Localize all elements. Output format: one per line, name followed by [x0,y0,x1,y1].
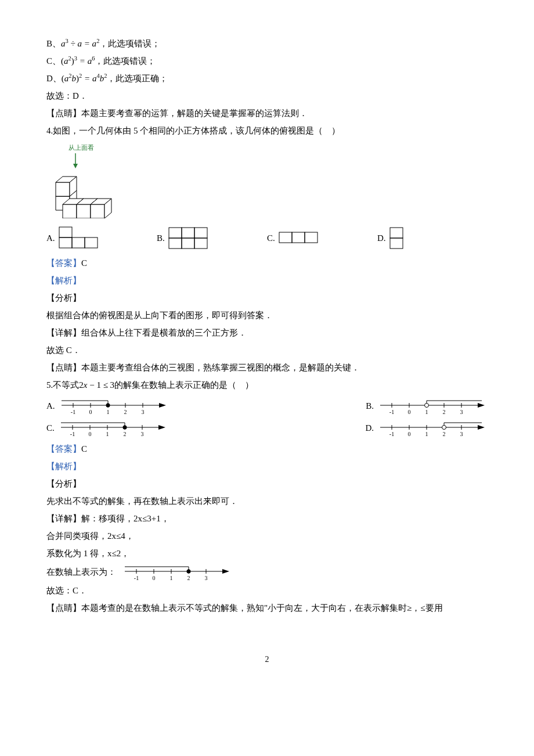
svg-rect-23 [194,228,207,238]
opt-d-label: D、 [46,70,62,87]
svg-rect-27 [279,232,292,243]
svg-marker-8 [63,204,77,218]
svg-text:-1: -1 [70,431,75,437]
q4-answer: 【答案】C [46,254,488,272]
q4-opt-d-label: D. [377,229,386,247]
svg-text:3: 3 [460,409,463,415]
svg-text:2: 2 [443,431,446,437]
q5-detail3: 系数化为 1 得，x≤2， [46,545,488,562]
q4-opt-a-label: A. [46,229,55,247]
svg-text:1: 1 [425,409,428,415]
svg-marker-63 [158,425,165,430]
svg-marker-48 [478,403,485,408]
q5-jiexi: 【解析】 [46,458,488,475]
svg-marker-1 [73,164,78,168]
svg-point-89 [442,426,446,430]
svg-rect-17 [59,227,72,237]
q4-opt-b-label: B. [157,229,165,247]
svg-rect-21 [169,228,182,238]
page: B、 a3 ÷ a = a2 ，此选项错误； C、 (a2)3 = a6 ，此选… [0,0,534,691]
page-number: 2 [46,651,488,668]
svg-rect-25 [182,238,194,249]
svg-text:-1: -1 [134,575,139,581]
q5-opt-c-fig: -1 0 1 2 3 [58,418,168,438]
svg-marker-5 [56,182,70,196]
q4-fenxi: 【分析】 [46,289,488,307]
svg-rect-19 [72,237,85,248]
svg-text:0: 0 [89,409,92,415]
svg-text:3: 3 [141,409,144,415]
svg-marker-33 [159,403,166,408]
q5-detail1: 【详解】解：移项得，2x≤3+1， [46,510,488,527]
svg-marker-14 [91,204,104,218]
svg-rect-28 [292,232,305,243]
opt-b-line: B、 a3 ÷ a = a2 ，此选项错误； [46,35,488,52]
conclusion-d: 故选：D． [46,87,488,105]
q5-opts-row2: C. -1 0 1 2 3 D. [46,418,488,438]
q4-so: 故选 C． [46,341,488,359]
q5-opt-d-label: D. [365,419,374,437]
svg-rect-22 [182,228,194,238]
svg-text:-1: -1 [389,431,394,437]
opt-c-line: C、 (a2)3 = a6 ，此选项错误； [46,52,488,70]
svg-rect-18 [59,237,72,248]
opt-c-label: C、 [46,52,61,70]
svg-text:2: 2 [124,409,127,415]
svg-text:0: 0 [408,431,411,437]
q4-opt-c-label: C. [267,229,275,247]
opt-b-math: a3 ÷ a = a2 [61,35,99,52]
q4-jiexi: 【解析】 [46,272,488,289]
svg-rect-24 [169,238,182,249]
q5-opt-c-label: C. [46,419,55,437]
q5-detail2: 合并同类项得，2x≤4， [46,527,488,545]
svg-text:0: 0 [408,409,411,415]
q4-opt-a-fig [59,226,104,250]
svg-text:2: 2 [187,575,190,581]
q5-so: 故选：C． [46,582,488,599]
tip-power: 【点睛】本题主要考查幂的运算，解题的关键是掌握幂的运算法则． [46,105,488,122]
svg-rect-31 [390,238,403,249]
q5-opt-a-fig: -1 0 1 2 3 [59,396,169,416]
svg-text:0: 0 [153,575,156,581]
q4-fenxi-body: 根据组合体的俯视图是从上向下看的图形，即可得到答案． [46,307,488,324]
svg-text:2: 2 [123,431,126,437]
q5-fenxi: 【分析】 [46,475,488,492]
svg-text:-1: -1 [389,409,394,415]
opt-b-label: B、 [46,35,61,52]
svg-text:1: 1 [425,431,428,437]
q4-opt-d-fig [389,226,406,250]
svg-text:-1: -1 [70,409,75,415]
svg-text:3: 3 [205,575,208,581]
svg-rect-30 [390,228,403,238]
q4-opt-c-fig [279,231,324,245]
q4-tip: 【点睛】本题主要考查组合体的三视图，熟练掌握三视图的概念，是解题的关键． [46,359,488,376]
q5-opts-row1: A. -1 0 1 2 3 B. [46,396,488,416]
opt-b-tail: ，此选项错误； [99,35,160,52]
svg-text:2: 2 [443,409,446,415]
svg-text:3: 3 [460,431,463,437]
q4-opt-b-fig [168,226,214,250]
svg-text:1: 1 [170,575,173,581]
q5-opt-d-fig: -1 0 1 2 3 [377,418,488,438]
q4-detail: 【详解】组合体从上往下看是横着放的三个正方形． [46,324,488,341]
svg-marker-78 [478,425,485,430]
svg-text:0: 0 [88,431,91,437]
q5-opt-b-fig: -1 0 1 2 3 [377,396,488,416]
q5-detail4-row: 在数轴上表示为： -1 0 1 2 3 [46,562,488,582]
svg-marker-11 [77,204,91,218]
q5-opt-a-label: A. [46,397,55,415]
svg-rect-26 [194,238,207,249]
q4-stem: 4.如图，一个几何体由 5 个相同的小正方体搭成，该几何体的俯视图是（ ） [46,122,488,139]
q4-options: A. B. [46,226,488,250]
q5-detail4-fig: -1 0 1 2 3 [122,562,232,582]
opt-d-tail: ，此选项正确； [107,70,168,87]
opt-d-line: D、 (a2b)2 = a4b2 ，此选项正确； [46,70,488,87]
q5-opt-b-label: B. [366,397,374,415]
q5-detail4: 在数轴上表示为： [46,563,116,581]
svg-text:1: 1 [106,409,109,415]
q5-stem: 5.不等式 2x − 1 ≤ 3 的解集在数轴上表示正确的是（ ） [46,376,488,394]
svg-text:1: 1 [106,431,109,437]
svg-rect-29 [305,232,317,243]
opt-d-math: (a2b)2 = a4b2 [62,70,107,87]
fig-caption-text: 从上面看 [68,144,94,151]
